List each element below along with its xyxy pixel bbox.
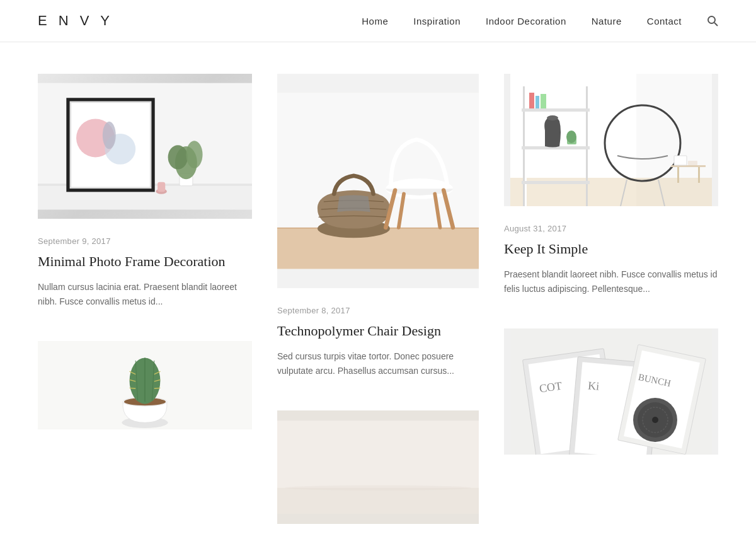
column-2: September 8, 2017 Technopolymer Chair De… xyxy=(265,74,491,546)
cactus-image xyxy=(38,341,252,429)
post-chair2 xyxy=(277,410,479,524)
svg-rect-15 xyxy=(158,182,165,192)
svg-rect-54 xyxy=(536,96,539,108)
site-logo[interactable]: E N V Y xyxy=(38,13,113,29)
svg-text:Ki: Ki xyxy=(587,380,600,393)
post-image-chair2[interactable] xyxy=(277,410,479,524)
post-image-shelf[interactable] xyxy=(504,74,718,206)
post-date-1: September 9, 2017 xyxy=(38,236,252,246)
svg-point-12 xyxy=(168,145,188,169)
svg-point-58 xyxy=(566,131,576,143)
post-cactus xyxy=(38,341,252,429)
site-header: E N V Y Home Inspiration Indoor Decorati… xyxy=(0,0,756,42)
post-excerpt-2: Sed cursus turpis vitae tortor. Donec po… xyxy=(277,349,479,380)
column-3: August 31, 2017 Keep It Simple Praesent … xyxy=(491,74,718,546)
blog-grid: September 9, 2017 Minimal Photo Frame De… xyxy=(0,42,756,546)
chair-image xyxy=(277,74,479,288)
post-date-3: August 31, 2017 xyxy=(504,224,718,233)
svg-rect-52 xyxy=(522,181,590,184)
post-date-2: September 8, 2017 xyxy=(277,306,479,315)
post-image-frame[interactable] xyxy=(38,74,252,219)
post-excerpt-3: Praesent blandit laoreet nibh. Fusce con… xyxy=(504,267,718,298)
post-simple: August 31, 2017 Keep It Simple Praesent … xyxy=(504,74,718,297)
post-title-2[interactable]: Technopolymer Chair Design xyxy=(277,322,479,340)
svg-point-56 xyxy=(547,115,558,120)
svg-rect-50 xyxy=(522,108,590,112)
chair2-image xyxy=(277,410,479,524)
post-chair: September 8, 2017 Technopolymer Chair De… xyxy=(277,74,479,379)
svg-point-13 xyxy=(186,141,202,168)
column-1: September 9, 2017 Minimal Photo Frame De… xyxy=(38,74,265,546)
svg-line-29 xyxy=(154,388,161,389)
main-nav: Home Inspiration Indoor Decoration Natur… xyxy=(362,15,718,26)
post-title-3[interactable]: Keep It Simple xyxy=(504,240,718,258)
nav-nature[interactable]: Nature xyxy=(592,16,622,26)
svg-rect-64 xyxy=(698,167,700,183)
search-button[interactable] xyxy=(707,15,718,26)
nav-inspiration[interactable]: Inspiration xyxy=(413,16,461,26)
nav-contact[interactable]: Contact xyxy=(647,16,682,26)
post-frame-decoration: September 9, 2017 Minimal Photo Frame De… xyxy=(38,74,252,310)
frame-decoration-image xyxy=(38,74,252,219)
post-excerpt-1: Nullam cursus lacinia erat. Praesent bla… xyxy=(38,280,252,310)
post-image-cactus[interactable] xyxy=(38,341,252,429)
post-title-1[interactable]: Minimal Photo Frame Decoration xyxy=(38,252,252,271)
svg-rect-66 xyxy=(688,161,697,165)
svg-rect-41 xyxy=(277,488,479,514)
svg-line-1 xyxy=(714,23,718,26)
svg-rect-63 xyxy=(677,167,679,183)
nav-indoor-decoration[interactable]: Indoor Decoration xyxy=(486,16,566,26)
post-image-chair[interactable] xyxy=(277,74,479,288)
svg-line-26 xyxy=(130,388,136,389)
post-image-magazine[interactable]: COT Ki BUNCH xyxy=(504,328,718,455)
svg-point-0 xyxy=(708,16,715,23)
nav-home[interactable]: Home xyxy=(362,16,388,26)
svg-point-42 xyxy=(285,485,471,491)
svg-rect-53 xyxy=(529,93,534,108)
shelf-image xyxy=(504,74,718,206)
post-magazine: COT Ki BUNCH xyxy=(504,328,718,455)
svg-rect-55 xyxy=(541,94,546,108)
svg-rect-65 xyxy=(674,156,687,165)
magazine-image: COT Ki BUNCH xyxy=(504,328,718,455)
search-icon xyxy=(707,15,718,26)
svg-point-79 xyxy=(652,417,658,423)
svg-point-9 xyxy=(103,122,116,149)
